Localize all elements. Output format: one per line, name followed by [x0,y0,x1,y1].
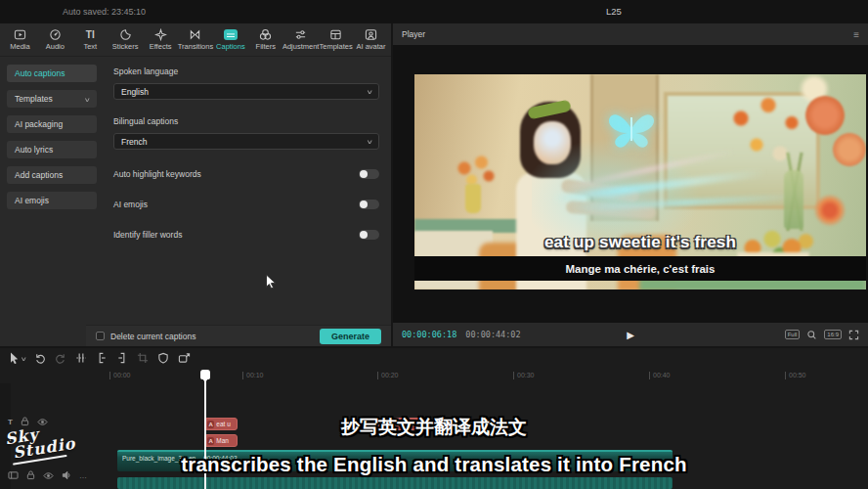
generate-button[interactable]: Generate [320,329,381,344]
aspect-ratio-button[interactable]: 16:9 [824,330,842,339]
delete-current-captions-checkbox[interactable] [96,332,105,340]
media-toolbar: Media Audio TI Text Stickers Effects Tra… [0,23,391,57]
identify-filler-words-toggle[interactable] [359,230,379,240]
text-icon: TI [86,28,95,41]
redo-button[interactable] [55,352,66,364]
stickers-icon [119,28,132,41]
toolbar-item-templates[interactable]: Templates [319,24,353,56]
delete-right-button[interactable] [116,352,128,364]
toolbar-item-media[interactable]: Media [3,24,37,56]
player-stage: eat up sweetie it's fresh Mange ma chéri… [393,45,868,323]
burned-caption-english: eat up sweetie it's fresh [414,233,866,252]
toolbar-item-ai-avatar[interactable]: AI avatar [354,24,388,56]
ai-emojis-label: AI emojis [113,200,148,209]
toolbar-item-filters[interactable]: Filters [248,24,282,56]
overlay-subtitle-chinese: 抄写英文并翻译成法文 [0,415,868,440]
full-preview-button[interactable]: Full [785,330,801,339]
player-header: Player ≡ [393,23,868,45]
chevron-down-icon: ∨ [83,96,90,103]
scene-glass-vase [784,170,803,229]
captions-icon [224,28,238,41]
delete-left-button[interactable] [96,352,108,364]
chevron-down-icon: ∨ [366,88,372,95]
burned-caption-french-bar: Mange ma chérie, c'est frais [414,256,866,281]
fullscreen-icon[interactable] [848,330,859,340]
scene-dahlia [805,96,845,135]
playhead-handle[interactable] [200,370,210,379]
spoken-language-label: Spoken language [113,67,379,76]
undo-button[interactable] [34,352,46,364]
sidebar-item-add-captions[interactable]: Add captions [7,166,97,184]
delete-current-captions-label: Delete current captions [110,332,195,341]
title-bar: Auto saved: 23:45:10 L25 [0,0,868,23]
player-menu-icon[interactable]: ≡ [853,29,859,40]
toolbar-item-adjustment[interactable]: Adjustment [283,24,318,56]
auto-saved-status: Auto saved: 23:45:10 [63,7,146,17]
bilingual-captions-label: Bilingual captions [113,116,379,126]
mouse-cursor [265,274,278,289]
record-overlay-button[interactable] [178,352,191,364]
cursor-tool-icon [9,352,20,364]
project-title: L25 [606,6,622,17]
total-duration: 00:00:44:02 [465,330,520,339]
audio-clip[interactable] [117,477,673,489]
filters-icon [259,28,272,41]
scene-gerbera [813,194,846,227]
overlay-subtitle-english: transcribes the English and translates i… [0,453,868,476]
chevron-down-icon: ∨ [366,138,372,145]
effects-icon [154,28,167,41]
sidebar-item-ai-emojis[interactable]: AI emojis [7,192,97,209]
timeline-toolbar: ∨ [0,348,868,368]
spoken-language-select[interactable]: English ∨ [113,83,379,100]
app-window: Auto saved: 23:45:10 L25 Media Audio TI … [0,0,868,489]
toolbar-item-captions[interactable]: Captions [213,24,247,56]
identify-filler-words-label: Identify filler words [113,230,182,240]
butterfly-hologram [606,108,657,155]
player-panel: Player ≡ [393,23,868,346]
left-panel: Media Audio TI Text Stickers Effects Tra… [0,23,391,346]
toolbar-item-effects[interactable]: Effects [144,24,178,56]
sidebar-item-ai-packaging[interactable]: AI packaging [7,115,97,133]
scene-vase-left [465,184,481,213]
captions-sidebar: Auto captions Templates∨ AI packaging Au… [0,57,106,325]
timeline-ruler[interactable]: 00:00 00:10 00:20 00:30 00:40 00:50 [0,369,868,382]
audio-icon [49,28,62,41]
ai-avatar-icon [365,28,377,41]
auto-highlight-keywords-toggle[interactable] [359,169,379,179]
adjustment-icon [294,28,307,41]
auto-highlight-keywords-label: Auto highlight keywords [113,169,201,179]
ai-emojis-toggle[interactable] [359,200,379,209]
templates-icon [329,28,342,41]
media-icon [14,28,26,41]
bilingual-language-select[interactable]: French ∨ [113,133,379,150]
player-title: Player [402,29,425,39]
crop-tool-button[interactable] [137,352,149,364]
player-controls: 00:00:06:18 00:00:44:02 ▶ Full 16:9 [393,323,868,346]
select-tool-button[interactable]: ∨ [9,352,25,364]
burned-caption-french: Mange ma chérie, c'est frais [566,263,716,275]
toolbar-item-audio[interactable]: Audio [38,24,72,56]
current-time: 00:00:06:18 [402,330,456,339]
toolbar-item-transitions[interactable]: Transitions [179,24,213,56]
video-preview: eat up sweetie it's fresh Mange ma chéri… [414,74,866,289]
split-clip-button[interactable] [75,352,87,364]
toolbar-item-stickers[interactable]: Stickers [108,24,143,56]
scene-dahlia [833,133,866,166]
sidebar-item-auto-captions[interactable]: Auto captions [7,65,97,82]
auto-captions-panel: Spoken language English ∨ Bilingual capt… [106,57,391,325]
mask-tool-button[interactable] [157,352,169,364]
captions-action-bar: Delete current captions Generate [86,325,391,346]
sidebar-item-templates[interactable]: Templates∨ [7,90,97,108]
toolbar-item-text[interactable]: TI Text [73,24,108,56]
sidebar-item-auto-lyrics[interactable]: Auto lyrics [7,141,97,158]
play-button[interactable]: ▶ [627,330,634,340]
transitions-icon [189,28,201,41]
zoom-fit-icon[interactable] [806,330,817,340]
chevron-down-icon: ∨ [21,355,27,362]
